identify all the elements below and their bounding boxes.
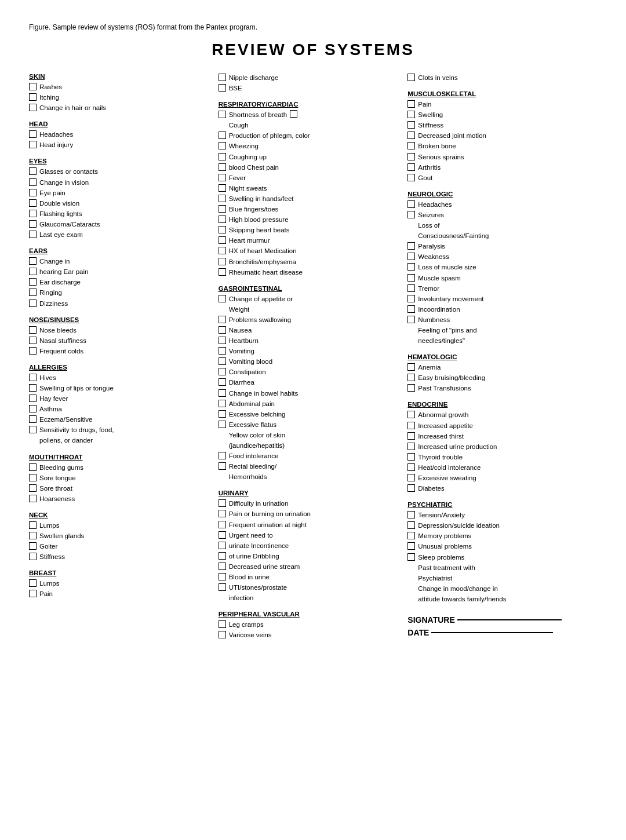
checkbox[interactable]: [219, 563, 226, 570]
checkbox[interactable]: [29, 474, 37, 481]
checkbox[interactable]: [407, 453, 415, 461]
checkbox[interactable]: [407, 463, 415, 471]
checkbox[interactable]: [219, 326, 226, 334]
checkbox[interactable]: [29, 405, 37, 412]
checkbox[interactable]: [219, 163, 226, 171]
checkbox[interactable]: [407, 316, 415, 323]
checkbox[interactable]: [219, 153, 226, 160]
checkbox[interactable]: [407, 174, 415, 181]
checkbox[interactable]: [29, 415, 37, 423]
checkbox[interactable]: [219, 389, 226, 397]
checkbox[interactable]: [219, 452, 226, 459]
checkbox[interactable]: [219, 510, 226, 517]
checkbox[interactable]: [407, 163, 415, 171]
checkbox[interactable]: [407, 484, 415, 492]
checkbox[interactable]: [29, 521, 37, 529]
checkbox[interactable]: [29, 178, 37, 186]
checkbox[interactable]: [407, 263, 415, 271]
checkbox[interactable]: [407, 211, 415, 218]
checkbox[interactable]: [29, 426, 37, 433]
checkbox[interactable]: [219, 499, 226, 507]
checkbox[interactable]: [29, 384, 37, 392]
checkbox[interactable]: [29, 495, 37, 502]
checkbox[interactable]: [29, 288, 37, 296]
checkbox[interactable]: [29, 395, 37, 402]
checkbox[interactable]: [407, 274, 415, 282]
checkbox[interactable]: [219, 258, 226, 265]
checkbox[interactable]: [407, 295, 415, 302]
checkbox[interactable]: [29, 199, 37, 207]
checkbox[interactable]: [29, 210, 37, 217]
checkbox[interactable]: [407, 511, 415, 518]
checkbox[interactable]: [407, 111, 415, 118]
checkbox[interactable]: [29, 553, 37, 560]
checkbox[interactable]: [407, 142, 415, 149]
checkbox[interactable]: [29, 104, 37, 111]
checkbox[interactable]: [407, 100, 415, 108]
checkbox[interactable]: [29, 532, 37, 539]
checkbox[interactable]: [219, 142, 226, 149]
checkbox[interactable]: [29, 347, 37, 355]
checkbox[interactable]: [219, 84, 226, 92]
checkbox[interactable]: [407, 542, 415, 550]
checkbox[interactable]: [219, 268, 226, 276]
checkbox[interactable]: [407, 121, 415, 129]
checkbox[interactable]: [29, 189, 37, 196]
checkbox[interactable]: [29, 337, 37, 344]
checkbox[interactable]: [407, 284, 415, 292]
checkbox[interactable]: [219, 631, 226, 638]
checkbox[interactable]: [29, 130, 37, 138]
checkbox[interactable]: [29, 83, 37, 90]
checkbox[interactable]: [219, 74, 226, 81]
checkbox[interactable]: [407, 200, 415, 208]
checkbox[interactable]: [29, 93, 37, 101]
checkbox[interactable]: [407, 411, 415, 418]
checkbox[interactable]: [219, 205, 226, 213]
checkbox[interactable]: [29, 374, 37, 381]
checkbox[interactable]: [407, 553, 415, 561]
checkbox[interactable]: [407, 74, 415, 81]
checkbox[interactable]: [407, 242, 415, 250]
checkbox[interactable]: [219, 400, 226, 407]
checkbox[interactable]: [219, 132, 226, 139]
inline-checkbox[interactable]: [290, 110, 297, 118]
checkbox[interactable]: [407, 132, 415, 139]
checkbox[interactable]: [219, 337, 226, 344]
checkbox[interactable]: [29, 484, 37, 492]
checkbox[interactable]: [29, 300, 37, 307]
checkbox[interactable]: [219, 552, 226, 560]
checkbox[interactable]: [407, 374, 415, 381]
checkbox[interactable]: [407, 443, 415, 450]
checkbox[interactable]: [29, 141, 37, 148]
checkbox[interactable]: [219, 247, 226, 254]
checkbox[interactable]: [407, 422, 415, 429]
checkbox[interactable]: [219, 573, 226, 580]
checkbox[interactable]: [407, 153, 415, 160]
checkbox[interactable]: [219, 184, 226, 192]
checkbox[interactable]: [407, 363, 415, 371]
checkbox[interactable]: [407, 305, 415, 313]
checkbox[interactable]: [219, 462, 226, 470]
checkbox[interactable]: [29, 590, 37, 597]
checkbox[interactable]: [219, 521, 226, 528]
checkbox[interactable]: [407, 521, 415, 529]
checkbox[interactable]: [219, 410, 226, 418]
checkbox[interactable]: [219, 542, 226, 549]
checkbox[interactable]: [407, 474, 415, 481]
checkbox[interactable]: [219, 236, 226, 244]
checkbox[interactable]: [29, 231, 37, 238]
checkbox[interactable]: [407, 253, 415, 260]
checkbox[interactable]: [407, 384, 415, 392]
checkbox[interactable]: [219, 316, 226, 323]
checkbox[interactable]: [29, 326, 37, 334]
checkbox[interactable]: [219, 421, 226, 428]
checkbox[interactable]: [29, 268, 37, 275]
checkbox[interactable]: [29, 167, 37, 175]
checkbox[interactable]: [29, 220, 37, 228]
checkbox[interactable]: [29, 278, 37, 286]
checkbox[interactable]: [219, 583, 226, 591]
checkbox[interactable]: [29, 542, 37, 550]
checkbox[interactable]: [219, 174, 226, 181]
checkbox[interactable]: [219, 368, 226, 375]
checkbox[interactable]: [219, 226, 226, 233]
